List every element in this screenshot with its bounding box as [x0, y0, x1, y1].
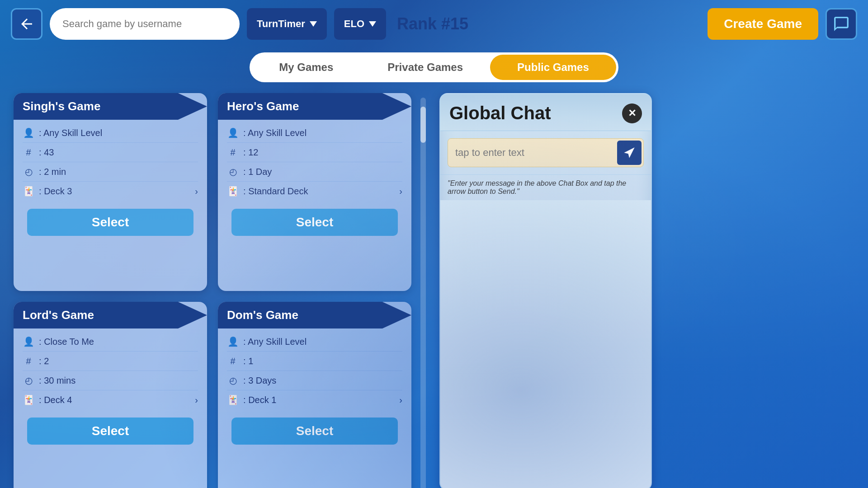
chevron-down-icon: [369, 21, 376, 27]
clock-icon: ◴: [23, 166, 34, 178]
chat-messages-area: [440, 200, 651, 488]
search-input[interactable]: [50, 8, 240, 40]
elo-dropdown[interactable]: ELO: [334, 8, 386, 40]
game-card-header: Singh's Game: [14, 93, 207, 120]
hashtag-icon: #: [23, 355, 34, 367]
skill-row: 👤 : Any Skill Level: [227, 336, 402, 352]
select-button-doms[interactable]: Select: [231, 418, 398, 445]
clock-icon: ◴: [227, 375, 239, 386]
game-card-header: Hero's Game: [218, 93, 411, 120]
clock-icon: ◴: [227, 166, 239, 178]
deck-row: 🃏 : Deck 4 ›: [23, 394, 198, 409]
elo-row: # : 2: [23, 355, 198, 371]
elo-row: # : 12: [227, 146, 402, 162]
chat-text-input[interactable]: [448, 141, 615, 165]
game-card-heros-game: Hero's Game 👤 : Any Skill Level # : 12 ◴…: [218, 93, 411, 291]
clock-icon: ◴: [23, 375, 34, 386]
create-game-button[interactable]: Create Game: [708, 8, 818, 40]
turntimer-dropdown[interactable]: TurnTimer: [247, 8, 327, 40]
game-card-header: Lord's Game: [14, 302, 207, 328]
tab-my-games[interactable]: My Games: [252, 55, 360, 80]
person-icon: 👤: [23, 127, 34, 139]
chat-icon-button[interactable]: [826, 8, 857, 40]
deck-icon: 🃏: [227, 394, 239, 406]
chevron-right-icon[interactable]: ›: [195, 395, 198, 405]
main-content: Singh's Game 👤 : Any Skill Level # : 43 …: [0, 93, 868, 488]
deck-row: 🃏 : Deck 3 ›: [23, 185, 198, 201]
hashtag-icon: #: [227, 355, 239, 367]
elo-row: # : 1: [227, 355, 402, 371]
chat-send-button[interactable]: [617, 141, 642, 165]
tabs-container: My Games Private Games Public Games: [250, 52, 618, 82]
chat-hint-text: "Enter your message in the above Chat Bo…: [440, 175, 651, 200]
chat-title: Global Chat: [449, 103, 551, 123]
chevron-right-icon[interactable]: ›: [399, 186, 402, 197]
chevron-down-icon: [310, 21, 317, 27]
game-card-header: Dom's Game: [218, 302, 411, 328]
back-button[interactable]: [11, 8, 42, 40]
select-button-singhs[interactable]: Select: [27, 209, 193, 236]
rank-label: Rank #15: [397, 14, 468, 33]
select-button-lords[interactable]: Select: [27, 418, 193, 445]
chevron-right-icon[interactable]: ›: [399, 395, 402, 405]
skill-row: 👤 : Close To Me: [23, 336, 198, 352]
global-chat-panel: Global Chat ✕ "Enter your message in the…: [439, 93, 652, 488]
scroll-track[interactable]: [420, 98, 426, 488]
game-card-body: 👤 : Any Skill Level # : 1 ◴ : 3 Days 🃏 :…: [218, 328, 411, 488]
person-icon: 👤: [227, 336, 239, 347]
game-card-body: 👤 : Close To Me # : 2 ◴ : 30 mins 🃏 : De…: [14, 328, 207, 488]
person-icon: 👤: [23, 336, 34, 347]
scroll-thumb: [420, 107, 426, 143]
game-list: Singh's Game 👤 : Any Skill Level # : 43 …: [14, 93, 420, 488]
time-row: ◴ : 2 min: [23, 166, 198, 182]
chat-close-button[interactable]: ✕: [622, 103, 642, 123]
hashtag-icon: #: [227, 146, 239, 158]
tab-private-games[interactable]: Private Games: [360, 55, 490, 80]
game-card-doms-game: Dom's Game 👤 : Any Skill Level # : 1 ◴ :…: [218, 302, 411, 488]
time-row: ◴ : 30 mins: [23, 375, 198, 390]
game-card-body: 👤 : Any Skill Level # : 12 ◴ : 1 Day 🃏 :…: [218, 120, 411, 291]
skill-row: 👤 : Any Skill Level: [23, 127, 198, 143]
person-icon: 👤: [227, 127, 239, 139]
tabs-row: My Games Private Games Public Games: [0, 52, 868, 82]
time-row: ◴ : 3 Days: [227, 375, 402, 390]
elo-row: # : 43: [23, 146, 198, 162]
time-row: ◴ : 1 Day: [227, 166, 402, 182]
deck-icon: 🃏: [23, 185, 34, 197]
chevron-right-icon[interactable]: ›: [195, 186, 198, 197]
chat-input-area: [440, 131, 651, 175]
deck-icon: 🃏: [23, 394, 34, 406]
select-button-heros[interactable]: Select: [231, 209, 398, 236]
hashtag-icon: #: [23, 146, 34, 158]
tab-public-games[interactable]: Public Games: [490, 55, 616, 80]
skill-row: 👤 : Any Skill Level: [227, 127, 402, 143]
deck-row: 🃏 : Deck 1 ›: [227, 394, 402, 409]
game-card-lords-game: Lord's Game 👤 : Close To Me # : 2 ◴ : 30…: [14, 302, 207, 488]
deck-icon: 🃏: [227, 185, 239, 197]
top-bar: TurnTimer ELO Rank #15 Create Game: [0, 0, 868, 48]
game-card-body: 👤 : Any Skill Level # : 43 ◴ : 2 min 🃏 :…: [14, 120, 207, 291]
chat-input-row: [448, 138, 644, 167]
game-card-singhs-game: Singh's Game 👤 : Any Skill Level # : 43 …: [14, 93, 207, 291]
chat-header: Global Chat ✕: [440, 94, 651, 131]
deck-row: 🃏 : Standard Deck ›: [227, 185, 402, 201]
